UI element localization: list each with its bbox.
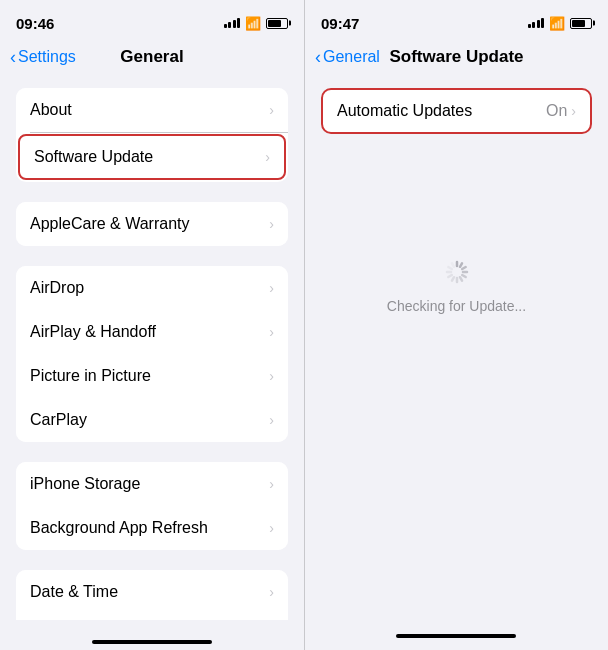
right-nav-bar: ‹ General Software Update [305,40,608,78]
about-label: About [30,101,72,119]
left-home-indicator [92,640,212,644]
svg-line-5 [460,277,462,280]
signal-icon [224,18,241,28]
spinner-icon [439,254,475,290]
group-connectivity: AirDrop › AirPlay & Handoff › Picture in… [16,266,288,442]
left-panel: 09:46 📶 ‹ Settings General About [0,0,304,650]
left-settings-list: About › Software Update › AppleCare & Wa… [0,78,304,620]
right-back-button[interactable]: ‹ General [315,48,380,66]
group-applecare: AppleCare & Warranty › [16,202,288,246]
svg-line-4 [462,275,465,277]
iphone-storage-label: iPhone Storage [30,475,140,493]
group-about-update: About › Software Update › [16,88,288,182]
carplay-label: CarPlay [30,411,87,429]
automatic-updates-item[interactable]: Automatic Updates On › [321,88,592,134]
list-item-airdrop[interactable]: AirDrop › [16,266,288,310]
left-back-button[interactable]: ‹ Settings [10,48,76,66]
right-signal-icon [528,18,545,28]
background-refresh-label: Background App Refresh [30,519,208,537]
checking-area: Checking for Update... [305,254,608,314]
automatic-updates-value-group: On › [546,102,576,120]
date-time-label: Date & Time [30,583,118,601]
svg-line-8 [448,275,451,277]
list-item-iphone-storage[interactable]: iPhone Storage › [16,462,288,506]
list-item-date-time[interactable]: Date & Time › [16,570,288,614]
left-status-icons: 📶 [224,16,289,31]
left-nav-bar: ‹ Settings General [0,40,304,78]
svg-line-11 [452,263,454,266]
list-item-picture-in-picture[interactable]: Picture in Picture › [16,354,288,398]
pip-chevron-icon: › [269,368,274,384]
right-battery-icon [570,18,592,29]
airplay-handoff-label: AirPlay & Handoff [30,323,156,341]
about-chevron-icon: › [269,102,274,118]
group-regional: Date & Time › Keyboard › Fonts › Languag… [16,570,288,620]
date-time-chevron-icon: › [269,584,274,600]
right-page-title: Software Update [389,47,523,67]
right-status-bar: 09:47 📶 [305,0,608,40]
right-panel: 09:47 📶 ‹ General Software Update Automa… [304,0,608,650]
list-item-keyboard[interactable]: Keyboard › [16,614,288,620]
svg-line-2 [462,267,465,269]
right-back-label: General [323,48,380,66]
right-status-icons: 📶 [528,16,593,31]
svg-line-1 [460,263,462,266]
right-wifi-icon: 📶 [549,16,565,31]
list-item-airplay-handoff[interactable]: AirPlay & Handoff › [16,310,288,354]
back-chevron-icon: ‹ [10,48,16,66]
applecare-label: AppleCare & Warranty [30,215,189,233]
svg-line-10 [448,267,451,269]
left-bottom [0,620,304,650]
airplay-handoff-chevron-icon: › [269,324,274,340]
airdrop-chevron-icon: › [269,280,274,296]
left-back-label: Settings [18,48,76,66]
list-item-applecare[interactable]: AppleCare & Warranty › [16,202,288,246]
background-refresh-chevron-icon: › [269,520,274,536]
checking-text: Checking for Update... [387,298,526,314]
software-update-chevron-icon: › [265,149,270,165]
list-item-about[interactable]: About › [16,88,288,132]
list-item-carplay[interactable]: CarPlay › [16,398,288,442]
automatic-updates-label: Automatic Updates [337,102,472,120]
airdrop-label: AirDrop [30,279,84,297]
wifi-icon: 📶 [245,16,261,31]
group-storage-refresh: iPhone Storage › Background App Refresh … [16,462,288,550]
carplay-chevron-icon: › [269,412,274,428]
left-time: 09:46 [16,15,54,32]
svg-line-7 [452,277,454,280]
iphone-storage-chevron-icon: › [269,476,274,492]
list-item-software-update[interactable]: Software Update › [18,134,286,180]
right-settings-content: Automatic Updates On › [305,78,608,314]
automatic-updates-value: On [546,102,567,120]
right-home-indicator [396,634,516,638]
right-bottom [304,626,608,644]
automatic-updates-chevron-icon: › [571,103,576,119]
pip-label: Picture in Picture [30,367,151,385]
right-back-chevron-icon: ‹ [315,48,321,66]
right-time: 09:47 [321,15,359,32]
list-item-background-refresh[interactable]: Background App Refresh › [16,506,288,550]
applecare-chevron-icon: › [269,216,274,232]
software-update-label: Software Update [34,148,153,166]
left-status-bar: 09:46 📶 [0,0,304,40]
left-page-title: General [120,47,183,67]
battery-icon [266,18,288,29]
